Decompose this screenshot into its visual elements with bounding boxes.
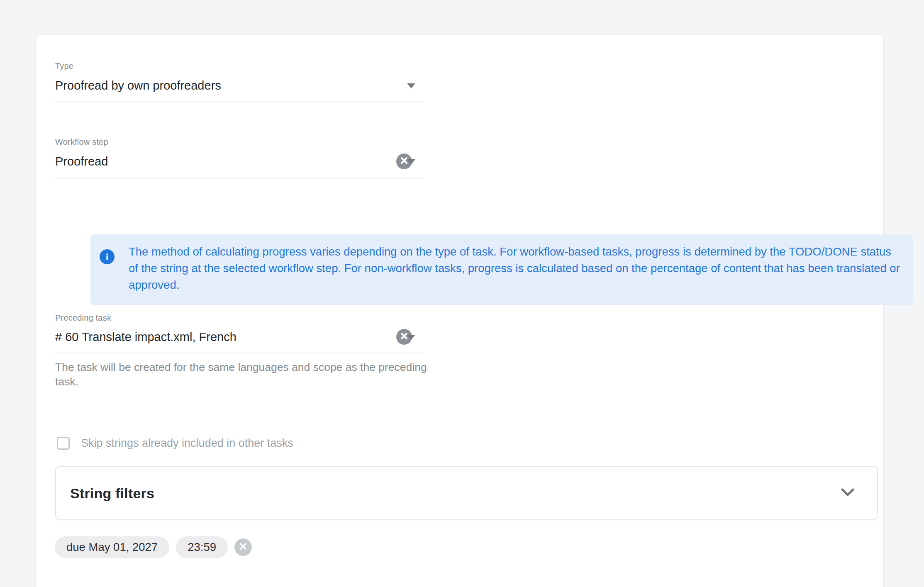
preceding-task-select[interactable]: # 60 Translate impact.xml, French xyxy=(55,328,424,353)
type-select-value: Proofread by own proofreaders xyxy=(55,77,424,94)
due-time-chip-label: 23:59 xyxy=(188,541,216,554)
workflow-step-select[interactable]: Proofread xyxy=(55,153,424,178)
remove-due-date-button[interactable] xyxy=(234,538,252,556)
workflow-step-field-underline xyxy=(55,178,424,178)
due-date-chips-row: due May 01, 2027 23:59 xyxy=(55,536,252,558)
preceding-task-field-label: Preceding task xyxy=(55,313,111,323)
due-date-chip-label: due May 01, 2027 xyxy=(66,541,158,554)
string-filters-title: String filters xyxy=(70,485,154,501)
chevron-down-icon xyxy=(841,488,855,499)
workflow-step-select-value: Proofread xyxy=(55,153,424,170)
progress-info-banner: i The method of calculating progress var… xyxy=(90,234,913,305)
type-field-underline xyxy=(55,102,424,102)
due-time-chip[interactable]: 23:59 xyxy=(176,536,228,558)
skip-strings-checkbox[interactable] xyxy=(57,437,70,450)
chevron-down-icon xyxy=(407,83,415,88)
string-filters-panel-header[interactable]: String filters xyxy=(55,466,878,520)
close-icon xyxy=(239,542,247,552)
chevron-down-icon xyxy=(407,335,415,340)
type-select[interactable]: Proofread by own proofreaders xyxy=(55,77,424,102)
due-date-chip[interactable]: due May 01, 2027 xyxy=(55,536,169,558)
skip-strings-checkbox-label: Skip strings already included in other t… xyxy=(81,436,293,450)
skip-strings-checkbox-row: Skip strings already included in other t… xyxy=(57,436,293,450)
type-field-label: Type xyxy=(55,61,73,71)
preceding-task-helper-text: The task will be created for the same la… xyxy=(55,360,433,389)
workflow-step-field-label: Workflow step xyxy=(55,137,108,147)
task-form-card: Type Proofread by own proofreaders Workf… xyxy=(35,34,884,587)
progress-info-text: The method of calculating progress varie… xyxy=(129,244,900,293)
preceding-task-select-value: # 60 Translate impact.xml, French xyxy=(55,328,424,346)
info-icon: i xyxy=(100,249,115,264)
task-edit-screen: Type Proofread by own proofreaders Workf… xyxy=(0,0,924,587)
preceding-task-field-underline xyxy=(55,353,424,353)
chevron-down-icon xyxy=(407,159,415,164)
